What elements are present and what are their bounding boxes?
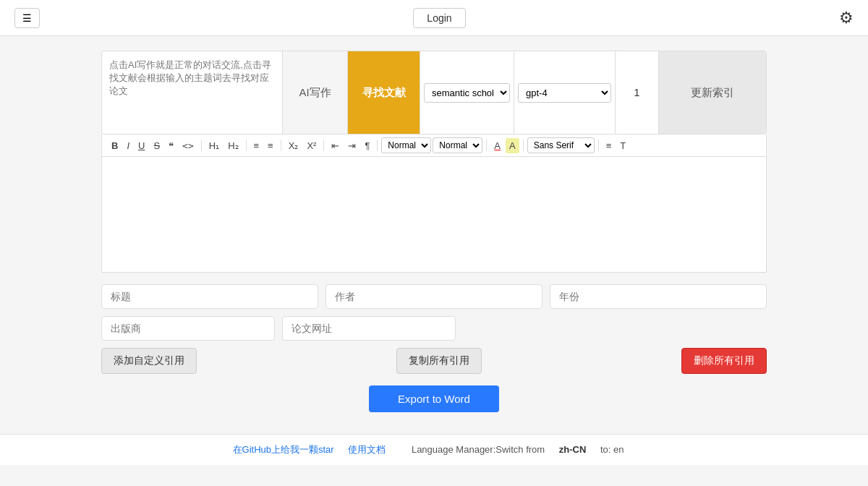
format-para-button[interactable]: ¶: [361, 138, 373, 153]
bold-button[interactable]: B: [108, 138, 122, 153]
top-panel: AI写作 寻找文献 semantic scholar pubmed arxiv …: [101, 51, 767, 135]
font-size-select[interactable]: Normal Large Small: [381, 137, 431, 153]
header-left: ☰: [14, 8, 40, 28]
gpt-select-section: gpt-4 gpt-3.5 claude: [514, 51, 616, 134]
github-link[interactable]: 在GitHub上给我一颗star: [233, 444, 334, 455]
font-family-select[interactable]: Sans Serif Serif Monospace: [527, 137, 595, 153]
line-height-select[interactable]: Normal 1.5 2.0: [433, 137, 482, 153]
main-textarea[interactable]: [109, 59, 275, 127]
form-row-1: [101, 284, 767, 309]
tab-ai-writing[interactable]: AI写作: [283, 51, 348, 134]
title-input[interactable]: [101, 284, 318, 309]
bullet-list-button[interactable]: ≡: [264, 138, 277, 153]
docs-link[interactable]: 使用文档: [348, 444, 386, 455]
header-center: Login: [413, 8, 465, 28]
subscript-button[interactable]: X₂: [285, 138, 302, 153]
url-input[interactable]: [282, 316, 456, 341]
indent-left-button[interactable]: ⇤: [328, 138, 343, 153]
strikethrough-button[interactable]: S: [150, 138, 163, 153]
author-input[interactable]: [326, 284, 542, 309]
source-select[interactable]: semantic scholar pubmed arxiv: [424, 83, 510, 103]
delete-all-citations-button[interactable]: 删除所有引用: [681, 348, 767, 374]
tab-find-literature[interactable]: 寻找文献: [348, 51, 420, 134]
toolbar-separator-5: [377, 140, 378, 151]
textarea-section: [102, 51, 283, 134]
num-value: 1: [634, 87, 640, 98]
editor-area[interactable]: [101, 157, 767, 273]
clear-format-button[interactable]: T: [616, 138, 629, 153]
h1-button[interactable]: H₁: [205, 138, 223, 153]
year-input[interactable]: [550, 284, 767, 309]
publisher-input[interactable]: [101, 316, 275, 341]
ordered-list-button[interactable]: ≡: [250, 138, 263, 153]
toolbar-separator-1: [201, 140, 202, 151]
language-manager-text: Language Manager:Switch from zh-CN to: e…: [406, 444, 630, 455]
header-right: ⚙: [839, 9, 854, 27]
export-section: Export to Word: [101, 385, 767, 412]
menu-button[interactable]: ☰: [14, 8, 40, 28]
italic-button[interactable]: I: [123, 138, 133, 153]
add-custom-citation-button[interactable]: 添加自定义引用: [101, 348, 197, 374]
text-align-button[interactable]: ≡: [603, 138, 616, 153]
num-section: 1: [616, 51, 659, 134]
login-button[interactable]: Login: [413, 8, 465, 28]
font-bg-button[interactable]: A: [506, 138, 519, 153]
header: ☰ Login ⚙: [0, 0, 868, 36]
form-row-2: [101, 316, 767, 341]
toolbar-separator-3: [281, 140, 281, 151]
main-content: AI写作 寻找文献 semantic scholar pubmed arxiv …: [87, 36, 781, 434]
export-to-word-button[interactable]: Export to Word: [369, 385, 499, 412]
toolbar-separator-4: [323, 140, 324, 151]
underline-button[interactable]: U: [135, 138, 148, 153]
source-select-section: semantic scholar pubmed arxiv: [420, 51, 514, 134]
toolbar-separator-7: [523, 140, 524, 151]
toolbar-separator-6: [486, 140, 487, 151]
font-color-button[interactable]: A: [490, 138, 504, 153]
toolbar-separator-8: [598, 140, 599, 151]
update-index-button[interactable]: 更新索引: [659, 51, 766, 134]
toolbar-separator-2: [246, 140, 247, 151]
superscript-button[interactable]: X²: [303, 138, 320, 153]
footer: 在GitHub上给我一颗star 使用文档 Language Manager:S…: [0, 434, 868, 465]
copy-all-citations-button[interactable]: 复制所有引用: [396, 348, 482, 374]
blockquote-button[interactable]: ❝: [165, 138, 177, 153]
form-section: [101, 284, 767, 341]
settings-icon[interactable]: ⚙: [839, 9, 854, 27]
gpt-select[interactable]: gpt-4 gpt-3.5 claude: [518, 83, 611, 103]
h2-button[interactable]: H₂: [224, 138, 242, 153]
indent-right-button[interactable]: ⇥: [344, 138, 359, 153]
code-button[interactable]: <>: [179, 138, 197, 153]
editor-toolbar: B I U S ❝ <> H₁ H₂ ≡ ≡ X₂ X² ⇤ ⇥ ¶ Norma…: [101, 135, 767, 157]
action-buttons-row: 添加自定义引用 复制所有引用 删除所有引用: [101, 348, 767, 374]
